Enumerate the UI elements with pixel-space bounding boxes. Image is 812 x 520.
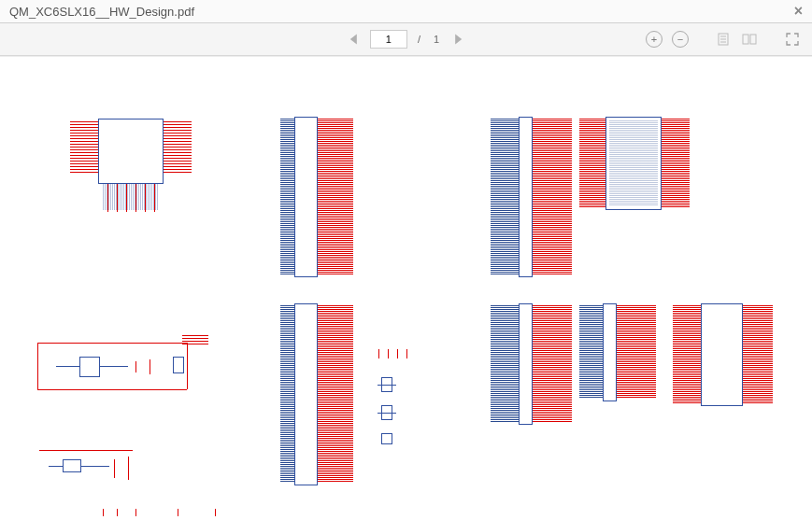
svg-rect-5 xyxy=(750,35,756,44)
prev-page-icon[interactable] xyxy=(346,31,363,48)
zoom-out-icon[interactable]: − xyxy=(672,31,689,48)
window-header: QM_XC6SLX16__HW_Design.pdf × xyxy=(0,0,812,23)
pdf-toolbar: / 1 + − xyxy=(0,23,812,56)
next-page-icon[interactable] xyxy=(449,31,466,48)
close-icon[interactable]: × xyxy=(794,3,803,20)
svg-rect-4 xyxy=(743,35,748,44)
page-total: 1 xyxy=(434,34,439,45)
page-separator: / xyxy=(418,34,420,45)
view-single-icon[interactable] xyxy=(715,31,732,48)
zoom-in-icon[interactable]: + xyxy=(646,31,662,48)
schematic-page xyxy=(0,74,812,520)
fullscreen-icon[interactable] xyxy=(784,31,801,48)
document-title: QM_XC6SLX16__HW_Design.pdf xyxy=(9,5,194,19)
page-input[interactable] xyxy=(370,30,407,49)
toolbar-right: + − xyxy=(646,31,801,48)
view-facing-icon[interactable] xyxy=(741,31,758,48)
pdf-viewport[interactable] xyxy=(0,56,812,520)
page-nav: / 1 xyxy=(346,30,466,49)
